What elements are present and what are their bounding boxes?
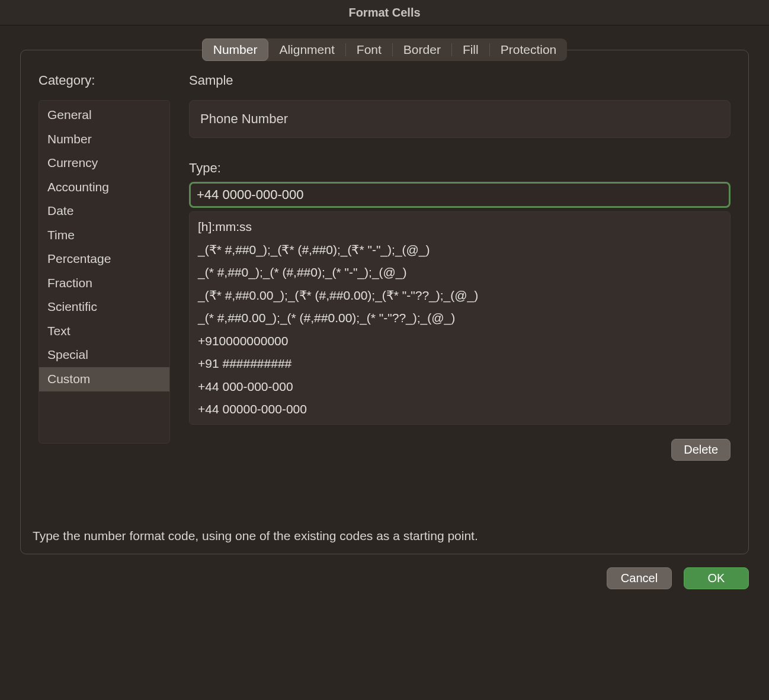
hint-text: Type the number format code, using one o… [33, 529, 478, 543]
dialog-content: Number Alignment Font Border Fill Protec… [0, 25, 769, 589]
type-input[interactable] [189, 182, 730, 208]
category-item[interactable]: Fraction [39, 271, 169, 296]
tabs: Number Alignment Font Border Fill Protec… [202, 38, 568, 61]
category-label: Category: [39, 73, 170, 88]
category-item[interactable]: Date [39, 199, 169, 223]
type-label: Type: [189, 160, 730, 176]
tab-protection[interactable]: Protection [490, 38, 568, 61]
sample-value: Phone Number [189, 100, 730, 138]
type-list-item[interactable]: +91 ########## [190, 352, 730, 375]
type-list-item[interactable]: +44 000-000-000 [190, 375, 730, 399]
type-list-item[interactable]: +44 000 000 000 [190, 421, 730, 425]
cancel-button[interactable]: Cancel [607, 567, 672, 589]
titlebar: Format Cells [0, 0, 769, 25]
ok-button[interactable]: OK [684, 567, 749, 589]
tab-font[interactable]: Font [346, 38, 392, 61]
category-item[interactable]: Custom [39, 367, 169, 391]
type-list-item[interactable]: _(₹* #,##0_);_(₹* (#,##0);_(₹* "-"_);_(@… [190, 239, 730, 262]
tab-number[interactable]: Number [202, 38, 269, 61]
category-column: Category: GeneralNumberCurrencyAccountin… [39, 73, 170, 461]
type-list-item[interactable]: _(₹* #,##0.00_);_(₹* (#,##0.00);_(₹* "-"… [190, 284, 730, 307]
category-item[interactable]: Scientific [39, 295, 169, 319]
category-item[interactable]: General [39, 101, 169, 127]
tab-fill[interactable]: Fill [452, 38, 489, 61]
tabs-container: Number Alignment Font Border Fill Protec… [0, 38, 769, 61]
category-listbox[interactable]: GeneralNumberCurrencyAccountingDateTimeP… [39, 100, 170, 444]
category-item[interactable]: Percentage [39, 247, 169, 271]
category-item[interactable]: Time [39, 223, 169, 248]
delete-row: Delete [189, 439, 730, 461]
sample-label: Sample [189, 73, 730, 88]
window-title: Format Cells [348, 6, 420, 20]
dialog-footer: Cancel OK [0, 554, 769, 589]
details-column: Sample Phone Number Type: [h]:mm:ss_(₹* … [189, 73, 730, 461]
tab-alignment[interactable]: Alignment [268, 38, 345, 61]
category-item[interactable]: Number [39, 127, 169, 152]
delete-button[interactable]: Delete [671, 439, 730, 461]
type-list-item[interactable]: [h]:mm:ss [190, 216, 730, 239]
category-item[interactable]: Currency [39, 151, 169, 175]
type-list-item[interactable]: +910000000000 [190, 330, 730, 353]
category-item[interactable]: Special [39, 343, 169, 367]
type-list-item[interactable]: _(* #,##0_);_(* (#,##0);_(* "-"_);_(@_) [190, 261, 730, 284]
category-item[interactable]: Accounting [39, 175, 169, 200]
tab-border[interactable]: Border [393, 38, 451, 61]
category-item[interactable]: Text [39, 319, 169, 343]
type-list-item[interactable]: _(* #,##0.00_);_(* (#,##0.00);_(* "-"??_… [190, 307, 730, 330]
tab-panel-number: Category: GeneralNumberCurrencyAccountin… [20, 50, 749, 554]
columns: Category: GeneralNumberCurrencyAccountin… [39, 73, 730, 461]
type-list-item[interactable]: +44 00000-000-000 [190, 398, 730, 421]
type-listbox[interactable]: [h]:mm:ss_(₹* #,##0_);_(₹* (#,##0);_(₹* … [189, 211, 730, 425]
